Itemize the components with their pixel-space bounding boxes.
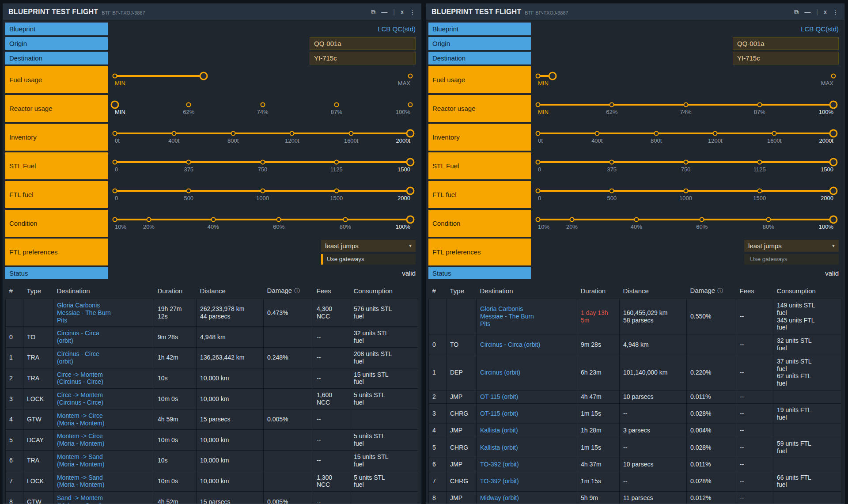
cell-damage: 0.005% (264, 492, 313, 504)
slider-handle[interactable] (829, 158, 838, 167)
window-titlebar: BLUEPRINT TEST FLIGHTBTF BP-TXOJ-3887⧉—|… (3, 4, 421, 20)
cell-dest[interactable]: Montem -> Circe (Moria - Montem) (53, 409, 154, 430)
menu-icon[interactable]: ⋮ (409, 8, 416, 15)
damage-info-icon[interactable]: ⓘ (717, 288, 723, 294)
slider-handle[interactable] (406, 187, 415, 195)
slider-tick (211, 217, 216, 222)
cell-dest[interactable]: TO-392 (orbit) (477, 471, 577, 492)
cell-dest[interactable]: Circe -> Montem (Circinus - Circe) (53, 368, 154, 389)
window-body: BlueprintLCB QC(std)OriginQQ-001aDestina… (3, 20, 421, 504)
slider-tick-label: 0 (115, 195, 118, 201)
cell-consumption (773, 390, 841, 403)
reactor-usage-slider[interactable]: MIN62%74%87%100% (115, 95, 410, 122)
blueprint-value[interactable]: LCB QC(std) (378, 25, 416, 33)
cell-dest[interactable]: TO-392 (orbit) (477, 458, 577, 471)
slider-handle[interactable] (829, 101, 838, 109)
popout-icon[interactable]: ⧉ (794, 8, 799, 16)
cell-fees: -- (736, 403, 773, 424)
slider-tick-label: 800t (651, 137, 662, 144)
minimize-icon[interactable]: — (804, 8, 810, 15)
cell-dest[interactable]: Montem -> Sand (Moria - Montem) (53, 450, 154, 471)
cell-duration: 10s (154, 450, 197, 471)
slider-tick (683, 160, 688, 165)
field-label-blueprint: Blueprint (428, 23, 531, 35)
cell-type: TO (447, 334, 477, 355)
fuel-usage-slider[interactable]: MINMAX (115, 66, 410, 93)
menu-icon[interactable]: ⋮ (833, 8, 839, 15)
cell-distance: 15 parsecs (197, 409, 264, 430)
cell-dest[interactable]: Circinus - Circa (orbit) (53, 327, 154, 348)
cell-dest[interactable]: Circinus - Circe (orbit) (53, 347, 154, 368)
stl-fuel-slider[interactable]: 037575011251500 (115, 152, 410, 179)
cell-dest[interactable]: Montem -> Sand (Moria - Montem) (53, 471, 154, 492)
column-header-type: Type (447, 283, 477, 299)
slider-handle[interactable] (199, 72, 208, 80)
cell-dest[interactable]: Midway (orbit) (477, 492, 577, 504)
slider-tick-label: 2000t (819, 137, 833, 144)
field-row-destination: DestinationYI-715c (5, 52, 418, 64)
ftl-preference-select[interactable]: least jumps▾ (744, 240, 839, 252)
field-value-area-blueprint: LCB QC(std) (531, 23, 841, 35)
cell-dest[interactable]: Kallista (orbit) (477, 424, 577, 437)
slider-handle[interactable] (111, 101, 119, 109)
origin-input[interactable]: QQ-001a (733, 37, 839, 50)
cell-dest[interactable]: Kallista (orbit) (477, 437, 577, 458)
cell-dest[interactable]: Circe -> Montem (Circinus - Circe) (53, 389, 154, 409)
btf-window-left: BLUEPRINT TEST FLIGHTBTF BP-TXOJ-3887⧉—|… (3, 4, 421, 504)
slider-tick (260, 102, 265, 107)
status-label: Status (428, 267, 531, 279)
table-row: 5CHRGKallista (orbit)1m 15s--0.028%--59 … (429, 437, 841, 458)
close-icon[interactable]: x (824, 8, 827, 15)
slider-label-ftl-fuel: FTL fuel (428, 181, 531, 208)
cell-dest[interactable]: Gloria Carbonis Messiae - The Burn Pits (477, 299, 577, 334)
slider-handle[interactable] (829, 129, 838, 138)
cell-dest[interactable]: Montem -> Circe (Moria - Montem) (53, 430, 154, 451)
destination-input[interactable]: YI-715c (310, 52, 416, 64)
slider-handle[interactable] (406, 158, 415, 167)
ftl-fuel-slider[interactable]: 0500100015002000 (538, 181, 833, 208)
slider-handle[interactable] (549, 72, 557, 80)
use-gateways-toggle[interactable]: Use gateways (744, 254, 839, 265)
use-gateways-toggle[interactable]: Use gateways (321, 254, 416, 265)
minimize-icon[interactable]: — (381, 8, 387, 15)
blueprint-value[interactable]: LCB QC(std) (801, 25, 839, 33)
condition-slider[interactable]: 10%20%40%60%80%100% (115, 210, 410, 237)
cell-dest[interactable]: Circinus (orbit) (477, 355, 577, 390)
table-row: 5DCAYMontem -> Circe (Moria - Montem)10m… (6, 430, 418, 451)
cell-num: 6 (429, 458, 447, 471)
cell-distance: 10,000 km (197, 450, 264, 471)
cell-distance: 101,140,000 km (620, 355, 687, 390)
slider-handle[interactable] (406, 129, 415, 138)
slider-handle[interactable] (829, 187, 838, 195)
slider-tick (536, 131, 541, 136)
cell-dest[interactable]: Circinus - Circa (orbit) (477, 334, 577, 355)
ftl-fuel-slider[interactable]: 0500100015002000 (115, 181, 410, 208)
cell-dest[interactable]: OT-115 (orbit) (477, 390, 577, 403)
slider-tick (654, 131, 659, 136)
inventory-slider[interactable]: 0t400t800t1200t1600t2000t (115, 124, 410, 151)
origin-input[interactable]: QQ-001a (310, 37, 416, 50)
column-header-damage: Damageⓘ (687, 283, 736, 299)
flight-segments-table: #TypeDestinationDurationDistanceDamageⓘF… (5, 283, 418, 504)
slider-handle[interactable] (829, 216, 838, 224)
table-row: Gloria Carbonis Messiae - The Burn Pits1… (429, 299, 841, 334)
inventory-slider[interactable]: 0t400t800t1200t1600t2000t (538, 124, 833, 151)
cell-dest[interactable]: OT-115 (orbit) (477, 403, 577, 424)
fuel-usage-slider[interactable]: MINMAX (538, 66, 833, 93)
cell-damage (264, 471, 313, 492)
ftl-preference-select[interactable]: least jumps▾ (321, 240, 416, 252)
cell-dest[interactable]: Gloria Carbonis Messiae - The Burn Pits (53, 299, 154, 327)
slider-tick-label: 2000 (398, 195, 410, 201)
cell-consumption: 59 units FTL fuel (773, 437, 841, 458)
cell-damage: 0.248% (264, 347, 313, 368)
cell-dest[interactable]: Sand -> Montem (Midway - Sand) (53, 492, 154, 504)
slider-handle[interactable] (406, 216, 415, 224)
destination-input[interactable]: YI-715c (733, 52, 839, 64)
cell-fees: -- (313, 368, 350, 389)
condition-slider[interactable]: 10%20%40%60%80%100% (538, 210, 833, 237)
damage-info-icon[interactable]: ⓘ (294, 288, 300, 294)
stl-fuel-slider[interactable]: 037575011251500 (538, 152, 833, 179)
reactor-usage-slider[interactable]: MIN62%74%87%100% (538, 95, 833, 122)
popout-icon[interactable]: ⧉ (371, 8, 375, 16)
close-icon[interactable]: x (401, 8, 404, 15)
